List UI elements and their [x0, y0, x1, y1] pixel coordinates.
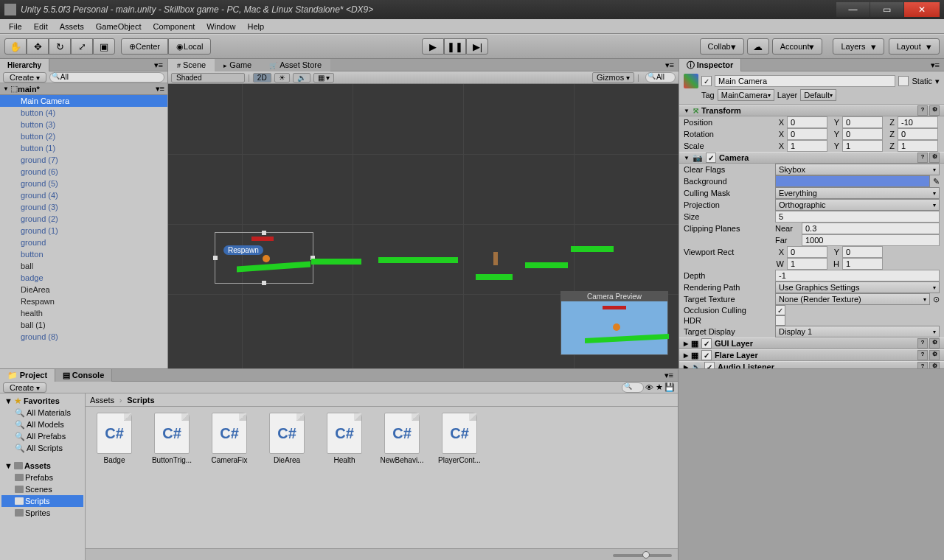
clear-flags-dropdown[interactable]: Skybox: [775, 164, 940, 175]
hierarchy-item[interactable]: DieArea: [0, 284, 167, 295]
viewport-x-input[interactable]: [787, 246, 827, 258]
hierarchy-item[interactable]: ground (7): [0, 154, 167, 166]
hierarchy-item[interactable]: button (4): [0, 107, 167, 119]
object-picker-icon[interactable]: ⊙: [933, 295, 940, 304]
console-tab[interactable]: ▤ Console: [55, 369, 112, 382]
scene-root-item[interactable]: ▼ ⬚ main* ▾≡: [0, 83, 167, 95]
script-file[interactable]: C#NewBehavi...: [379, 413, 425, 464]
scene-search-input[interactable]: All: [645, 72, 676, 83]
lighting-toggle[interactable]: ☀: [274, 73, 290, 83]
rendering-path-dropdown[interactable]: Use Graphics Settings: [775, 281, 940, 293]
menu-assets[interactable]: Assets: [54, 22, 90, 31]
game-tab[interactable]: ▸Game: [215, 59, 260, 71]
far-clip-input[interactable]: [802, 234, 940, 246]
camera-enabled-checkbox[interactable]: ✓: [706, 153, 716, 163]
near-clip-input[interactable]: [802, 223, 940, 234]
hierarchy-item[interactable]: ground (5): [0, 178, 167, 189]
project-search-input[interactable]: [622, 382, 644, 393]
maximize-button[interactable]: ▭: [870, 2, 903, 17]
breadcrumb-current[interactable]: Scripts: [127, 396, 154, 405]
menu-help[interactable]: Help: [241, 22, 270, 31]
scale-x-input[interactable]: [787, 140, 827, 152]
project-context-icon[interactable]: ▾≡: [660, 371, 678, 380]
transform-component-header[interactable]: ▼ ⤧ Transform ?⚙: [679, 105, 944, 116]
menu-edit[interactable]: Edit: [28, 22, 54, 31]
target-texture-field[interactable]: None (Render Texture): [775, 293, 930, 305]
viewport-h-input[interactable]: [842, 258, 883, 270]
2d-toggle-button[interactable]: 2D: [253, 73, 271, 83]
breadcrumb-assets[interactable]: Assets: [90, 396, 114, 405]
scene-context-icon[interactable]: ▾≡: [156, 84, 164, 94]
rot-x-input[interactable]: [787, 128, 827, 140]
hierarchy-item[interactable]: button (3): [0, 119, 167, 130]
hierarchy-item[interactable]: badge: [0, 272, 167, 284]
save-search-icon[interactable]: 💾: [664, 382, 675, 393]
help-icon[interactable]: ?: [917, 105, 928, 116]
folder-item[interactable]: Scripts: [1, 495, 83, 507]
scene-context-icon[interactable]: ▾≡: [661, 60, 678, 70]
close-button[interactable]: ✕: [904, 2, 940, 17]
hierarchy-create-dropdown[interactable]: Create ▾: [3, 72, 46, 83]
menu-file[interactable]: File: [3, 22, 28, 31]
script-file[interactable]: C#Badge: [91, 413, 137, 464]
viewport-y-input[interactable]: [842, 246, 883, 258]
hdr-checkbox[interactable]: [775, 315, 785, 326]
projection-dropdown[interactable]: Orthographic: [775, 199, 940, 211]
account-dropdown[interactable]: Account ▾: [772, 38, 823, 55]
rect-tool-button[interactable]: ▣: [93, 38, 115, 55]
layout-dropdown[interactable]: Layout ▾: [889, 38, 940, 55]
scale-y-input[interactable]: [842, 140, 883, 152]
occlusion-checkbox[interactable]: ✓: [775, 305, 785, 315]
shading-mode-dropdown[interactable]: Shaded: [171, 73, 245, 83]
script-file[interactable]: C#DieArea: [264, 413, 310, 464]
hierarchy-item[interactable]: button: [0, 248, 167, 260]
script-file[interactable]: C#ButtonTrig...: [149, 413, 195, 464]
flare-layer-header[interactable]: ▶▦✓Flare Layer?⚙: [679, 349, 944, 361]
script-file[interactable]: C#Health: [322, 413, 367, 464]
folder-item[interactable]: Prefabs: [1, 472, 83, 483]
gear-icon[interactable]: ⚙: [929, 153, 940, 163]
hand-tool-button[interactable]: ✋: [4, 38, 27, 55]
cloud-button[interactable]: ☁: [747, 38, 769, 55]
background-color-field[interactable]: [775, 175, 930, 187]
hierarchy-item[interactable]: ground (3): [0, 201, 167, 213]
scene-tab[interactable]: #Scene: [168, 59, 215, 71]
rot-z-input[interactable]: [898, 128, 938, 140]
inspector-context-icon[interactable]: ▾≡: [926, 60, 944, 70]
project-tab[interactable]: 📁 Project: [0, 369, 55, 382]
rot-y-input[interactable]: [842, 128, 883, 140]
favorite-item[interactable]: 🔍All Scripts: [1, 442, 83, 454]
culling-mask-dropdown[interactable]: Everything: [775, 187, 940, 199]
collab-button[interactable]: Collab ▾: [700, 38, 744, 55]
eyedropper-icon[interactable]: ✎: [933, 177, 940, 186]
audio-listener-header[interactable]: ▶🔊✓Audio Listener?⚙: [679, 361, 944, 368]
pivot-local-button[interactable]: ◉ Local: [168, 38, 211, 55]
target-display-dropdown[interactable]: Display 1: [775, 326, 940, 337]
tag-dropdown[interactable]: MainCamera: [718, 89, 774, 101]
hierarchy-tab[interactable]: Hierarchy: [0, 59, 49, 71]
hierarchy-item[interactable]: ground (1): [0, 225, 167, 237]
hierarchy-item[interactable]: Respawn: [0, 295, 167, 307]
script-file[interactable]: C#CameraFix: [206, 413, 252, 464]
scene-view[interactable]: Respawn Camera Preview: [168, 84, 678, 368]
pause-button[interactable]: ❚❚: [444, 38, 466, 55]
gizmos-dropdown[interactable]: Gizmos ▾: [592, 72, 634, 83]
hierarchy-item[interactable]: ground (6): [0, 166, 167, 178]
static-checkbox[interactable]: [898, 76, 909, 86]
hierarchy-item[interactable]: button (1): [0, 142, 167, 154]
hierarchy-item[interactable]: Main Camera: [0, 95, 167, 107]
step-button[interactable]: ▶|: [466, 38, 488, 55]
layer-dropdown[interactable]: Default: [800, 89, 836, 101]
folder-item[interactable]: Scenes: [1, 483, 83, 495]
size-input[interactable]: [775, 211, 940, 223]
pos-z-input[interactable]: [898, 116, 938, 128]
hierarchy-search-input[interactable]: All: [49, 72, 164, 83]
menu-window[interactable]: Window: [201, 22, 241, 31]
pos-x-input[interactable]: [787, 116, 827, 128]
hierarchy-item[interactable]: ground (8): [0, 331, 167, 343]
camera-component-header[interactable]: ▼ 📷 ✓ Camera ?⚙: [679, 152, 944, 164]
hierarchy-item[interactable]: health: [0, 307, 167, 319]
favorite-item[interactable]: 🔍All Models: [1, 419, 83, 430]
thumbnail-size-slider[interactable]: [613, 554, 672, 557]
active-checkbox[interactable]: ✓: [701, 76, 712, 86]
